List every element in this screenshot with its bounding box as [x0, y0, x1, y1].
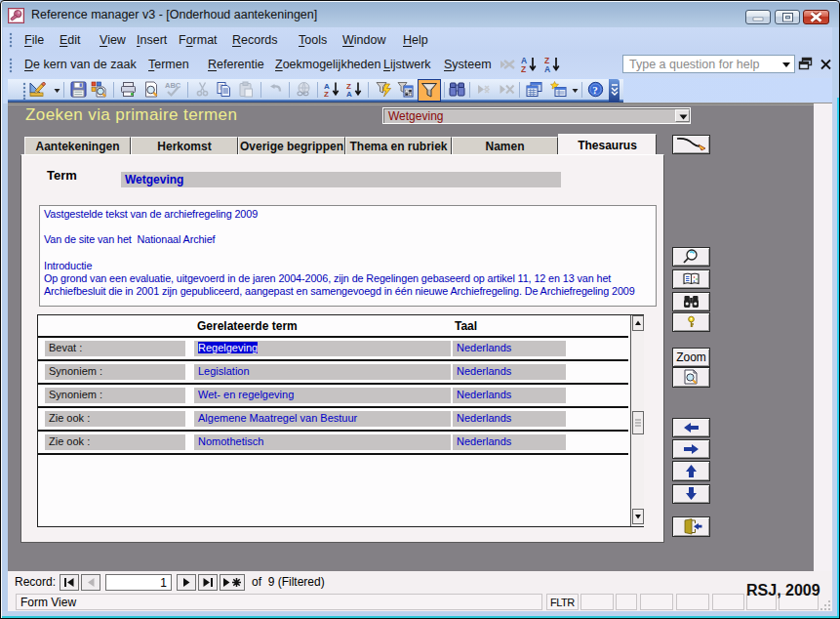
svg-text:A: A	[544, 64, 550, 73]
svg-text:ABC: ABC	[165, 81, 181, 90]
svg-text:A: A	[346, 90, 352, 98]
svg-text:Z: Z	[324, 90, 329, 98]
svg-text:Z: Z	[521, 64, 526, 73]
svg-text:?: ?	[592, 84, 598, 96]
